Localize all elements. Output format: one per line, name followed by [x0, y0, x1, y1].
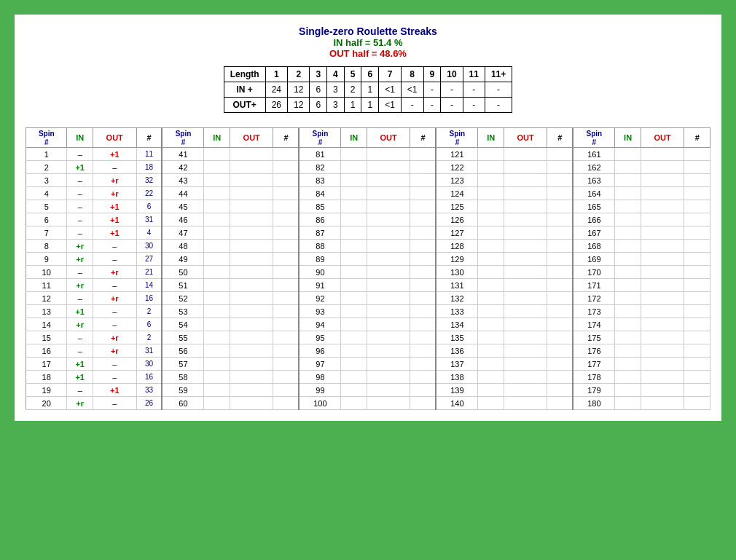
title-line1: Single-zero Roulette Streaks	[26, 25, 710, 37]
spin-table-wrapper: Spin#INOUT#Spin#INOUT#Spin#INOUT#Spin#IN…	[26, 127, 710, 410]
page-title: Single-zero Roulette Streaks IN half = 5…	[26, 25, 710, 59]
main-container: Single-zero Roulette Streaks IN half = 5…	[15, 15, 721, 421]
title-in-half: IN half = 51.4 %	[26, 37, 710, 48]
spin-table: Spin#INOUT#Spin#INOUT#Spin#INOUT#Spin#IN…	[26, 127, 710, 410]
title-out-half: OUT half = 48.6%	[26, 48, 710, 59]
summary-table: Length123456789101111+IN +24126321<1<1--…	[224, 66, 513, 113]
